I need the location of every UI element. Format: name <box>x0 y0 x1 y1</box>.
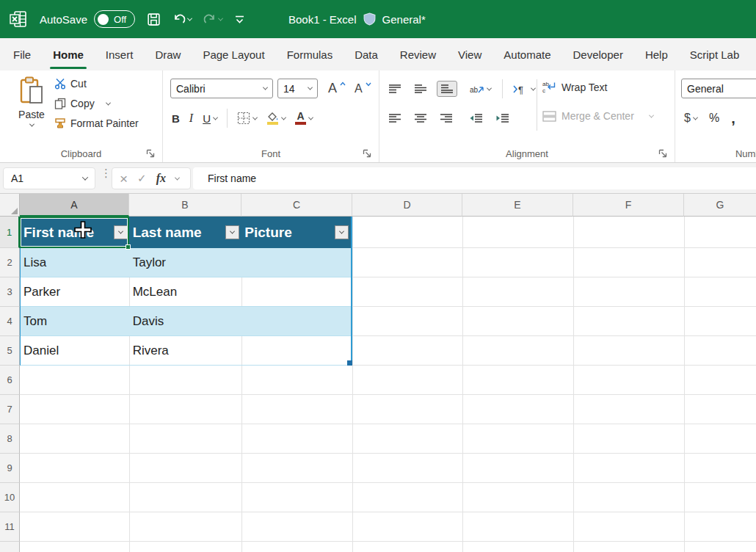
fx-dropdown-icon[interactable] <box>175 175 180 180</box>
column-header-e[interactable]: E <box>462 194 573 217</box>
paste-dropdown-icon[interactable] <box>29 122 34 127</box>
font-color-dropdown-icon[interactable] <box>308 115 313 120</box>
tab-home[interactable]: Home <box>53 38 84 70</box>
wrap-text-button[interactable]: ab c Wrap Text <box>542 81 608 93</box>
row-header-12-partial[interactable] <box>0 542 20 552</box>
align-center-button[interactable] <box>411 111 430 126</box>
row-header-4[interactable]: 4 <box>0 307 20 336</box>
cell-a3[interactable]: Parker <box>21 277 130 306</box>
cell-a5[interactable]: Daniel <box>21 336 130 365</box>
column-header-a[interactable]: A <box>20 194 129 217</box>
borders-dropdown-icon[interactable] <box>252 115 258 120</box>
paste-button[interactable]: Paste <box>12 76 51 138</box>
tab-developer[interactable]: Developer <box>573 38 623 70</box>
row-header-10[interactable]: 10 <box>0 483 20 512</box>
column-header-f[interactable]: F <box>573 194 684 217</box>
insert-function-button[interactable]: fx <box>156 172 166 185</box>
row-header-1[interactable]: 1 <box>0 217 20 248</box>
row-header-3[interactable]: 3 <box>0 277 20 307</box>
increase-indent-button[interactable] <box>493 111 512 126</box>
formula-bar-grip-icon[interactable]: ⋮ <box>101 170 106 175</box>
row-header-9[interactable]: 9 <box>0 454 20 483</box>
increase-font-size-button[interactable]: A <box>328 81 346 96</box>
row-header-6[interactable]: 6 <box>0 366 20 395</box>
column-header-g[interactable]: G <box>684 194 756 217</box>
name-box[interactable]: A1 <box>3 167 95 189</box>
column-header-d[interactable]: D <box>352 194 462 217</box>
row-header-2[interactable]: 2 <box>0 248 20 277</box>
percent-style-button[interactable]: % <box>709 112 719 125</box>
row-header-7[interactable]: 7 <box>0 395 20 424</box>
column-header-c[interactable]: C <box>241 194 352 217</box>
tab-view[interactable]: View <box>458 38 481 70</box>
tab-script-lab[interactable]: Script Lab <box>690 38 740 70</box>
fill-color-button[interactable] <box>266 112 286 125</box>
italic-button[interactable]: I <box>189 112 193 125</box>
font-name-dropdown-icon[interactable] <box>263 85 268 90</box>
table-header-picture[interactable]: Picture <box>241 217 351 248</box>
cell-c5[interactable] <box>241 336 351 365</box>
bold-button[interactable]: B <box>172 112 180 125</box>
font-name-combo[interactable]: Calibri <box>170 79 273 98</box>
row-header-11[interactable]: 11 <box>0 512 20 542</box>
cell-c2[interactable] <box>241 248 351 277</box>
tab-insert[interactable]: Insert <box>106 38 134 70</box>
tab-draw[interactable]: Draw <box>155 38 181 70</box>
decrease-font-size-button[interactable]: A <box>355 82 371 95</box>
align-right-button[interactable] <box>437 111 456 126</box>
fill-color-dropdown-icon[interactable] <box>281 115 286 120</box>
cell-a4[interactable]: Tom <box>21 307 130 335</box>
align-left-button[interactable] <box>385 111 404 126</box>
align-top-button[interactable] <box>385 81 404 96</box>
cell-b3[interactable]: McLean <box>130 277 242 306</box>
accounting-format-button[interactable]: $ <box>684 112 697 125</box>
reading-order-dropdown-icon[interactable] <box>531 85 536 90</box>
borders-button[interactable] <box>237 112 257 125</box>
number-format-combo[interactable]: General <box>681 79 756 98</box>
comma-style-button[interactable]: , <box>731 110 735 127</box>
accounting-dropdown-icon[interactable] <box>693 115 698 120</box>
row-header-8[interactable]: 8 <box>0 424 20 454</box>
alignment-dialog-launcher-icon[interactable] <box>658 149 667 158</box>
tab-help[interactable]: Help <box>645 38 668 70</box>
undo-dropdown-icon[interactable] <box>187 15 192 21</box>
excel-app-icon[interactable] <box>9 10 28 29</box>
table-header-last-name[interactable]: Last name <box>130 217 242 248</box>
column-header-b[interactable]: B <box>129 194 241 217</box>
cell-c3[interactable] <box>241 277 351 306</box>
cut-button[interactable]: Cut <box>54 78 139 90</box>
sensitivity-label[interactable]: General* <box>382 13 426 26</box>
tab-automate[interactable]: Automate <box>504 38 550 70</box>
font-dialog-launcher-icon[interactable] <box>363 149 371 158</box>
underline-dropdown-icon[interactable] <box>213 115 218 120</box>
fill-handle[interactable] <box>126 244 131 250</box>
font-color-button[interactable]: A <box>295 112 313 125</box>
copy-dropdown-icon[interactable] <box>106 100 111 105</box>
tab-formulas[interactable]: Formulas <box>287 38 333 70</box>
autosave-control[interactable]: AutoSave Off <box>40 10 135 28</box>
customize-quick-access-button[interactable] <box>234 15 245 24</box>
underline-button[interactable]: U <box>203 112 217 125</box>
save-button[interactable] <box>147 12 161 26</box>
select-all-button[interactable] <box>0 194 20 217</box>
align-bottom-button[interactable] <box>437 81 457 97</box>
font-size-dropdown-icon[interactable] <box>308 85 313 90</box>
align-middle-button[interactable] <box>411 81 430 96</box>
tab-file[interactable]: File <box>13 38 31 70</box>
decrease-indent-button[interactable] <box>466 111 486 126</box>
reading-order-button[interactable]: ¶ <box>512 84 535 95</box>
sensitivity-shield-icon[interactable] <box>363 12 376 26</box>
filter-button[interactable] <box>335 225 349 239</box>
copy-button[interactable]: Copy <box>54 98 139 109</box>
cells-area[interactable]: First name Last name Picture Lisa Taylor <box>20 217 756 552</box>
tab-review[interactable]: Review <box>400 38 436 70</box>
font-size-combo[interactable]: 14 <box>277 79 318 98</box>
orientation-dropdown-icon[interactable] <box>487 85 492 90</box>
cell-b2[interactable]: Taylor <box>130 248 242 277</box>
orientation-button[interactable]: ab <box>470 83 491 95</box>
tab-page-layout[interactable]: Page Layout <box>203 38 264 70</box>
formula-input[interactable]: First name <box>193 167 756 189</box>
filter-button[interactable] <box>225 225 239 239</box>
table-resize-handle[interactable] <box>347 360 352 366</box>
tab-data[interactable]: Data <box>355 38 378 70</box>
